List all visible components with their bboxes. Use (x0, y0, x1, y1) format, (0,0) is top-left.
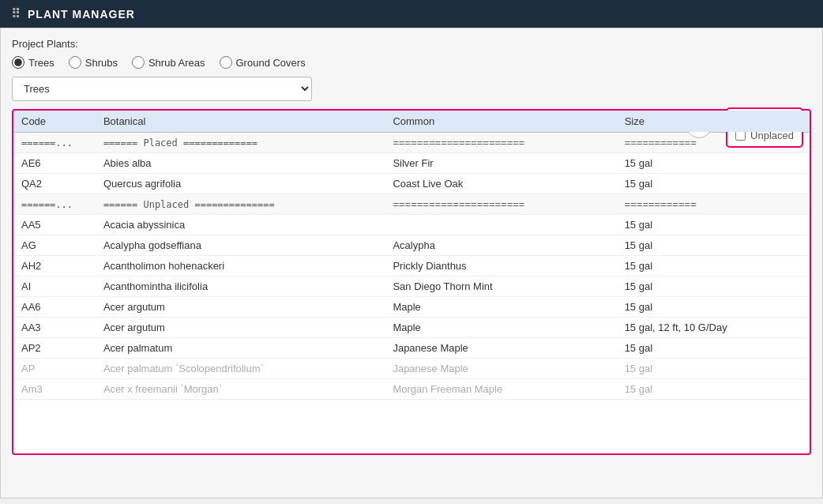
table-row[interactable]: AA5Acacia abyssinica15 gal (13, 215, 810, 235)
table-row[interactable]: AA6Acer argutumMaple15 gal (13, 297, 810, 318)
cell-size: 15 gal (617, 359, 810, 379)
cell-code: AA5 (13, 215, 96, 235)
cell-code: QA2 (13, 174, 96, 194)
cell-common: Prickly Dianthus (385, 256, 616, 276)
radio-group: Trees Shrubs Shrub Areas Ground Covers (12, 56, 811, 69)
cell-common: Japanese Maple (385, 359, 616, 379)
radio-trees[interactable]: Trees (12, 56, 54, 69)
table-row[interactable]: AH2Acantholimon hohenackeriPrickly Diant… (13, 256, 810, 276)
cell-code: AP2 (13, 338, 96, 359)
cell-botanical: Acacia abyssinica (96, 215, 385, 235)
table-row[interactable]: AP2Acer palmatumJapanese Maple15 gal (13, 338, 810, 359)
cell-botanical: Acer palmatum (96, 338, 385, 359)
cell-botanical: Acer palmatum `Scolopendrifolium` (96, 359, 385, 379)
cell-code: ======... (13, 194, 96, 215)
table-row[interactable]: AIAcanthomintha ilicifoliaSan Diego Thor… (13, 276, 810, 297)
radio-ground-covers[interactable]: Ground Covers (220, 56, 306, 69)
plant-table: Code Botanical Common Size ======...====… (13, 111, 810, 400)
drag-handle-icon: ⠿ (11, 6, 21, 21)
project-label: Project Plants: (12, 38, 811, 50)
cell-common: ====================== (385, 194, 616, 215)
cell-code: AP (13, 359, 96, 379)
plant-table-container: Code Botanical Common Size ======...====… (12, 109, 811, 455)
table-row[interactable]: AE6Abies albaSilver Fir15 gal (13, 153, 810, 174)
cell-botanical: Acer argutum (96, 297, 385, 318)
cell-botanical: ====== Placed ============= (96, 133, 385, 153)
table-row[interactable]: AA3Acer argutumMaple15 gal, 12 ft, 10 G/… (13, 318, 810, 338)
table-row: ======...====== Unplaced ===============… (13, 194, 810, 215)
cell-common: Maple (385, 297, 616, 318)
cell-common (385, 215, 616, 235)
col-header-code: Code (13, 111, 96, 133)
cell-common: Coast Live Oak (385, 174, 616, 194)
cell-botanical: ====== Unplaced ============== (96, 194, 385, 215)
cell-common: Japanese Maple (385, 338, 616, 359)
cell-code: AH2 (13, 256, 96, 276)
cell-botanical: Acantholimon hohenackeri (96, 256, 385, 276)
cell-common: Maple (385, 318, 616, 338)
cell-code: Am3 (13, 379, 96, 400)
radio-shrub-areas[interactable]: Shrub Areas (132, 56, 205, 69)
app-title: PLANT MANAGER (28, 8, 135, 21)
cell-common: ====================== (385, 133, 616, 153)
table-row[interactable]: Am3Acer x freemanii `Morgan`Morgan Freem… (13, 379, 810, 400)
cell-botanical: Acanthomintha ilicifolia (96, 276, 385, 297)
col-header-common: Common (385, 111, 616, 133)
cell-botanical: Acer x freemanii `Morgan` (96, 379, 385, 400)
cell-code: AI (13, 276, 96, 297)
cell-common: Acalypha (385, 235, 616, 256)
cell-common: San Diego Thorn Mint (385, 276, 616, 297)
cell-code: AA6 (13, 297, 96, 318)
cell-code: AG (13, 235, 96, 256)
cell-botanical: Acalypha godseffiana (96, 235, 385, 256)
cell-size: 15 gal (617, 235, 810, 256)
main-panel: Project Plants: Trees Shrubs Shrub Areas… (0, 28, 823, 498)
table-row: ======...====== Placed =================… (13, 133, 810, 153)
plant-type-dropdown[interactable]: Trees Shrubs Shrub Areas Ground Covers (12, 77, 312, 101)
title-bar: ⠿ PLANT MANAGER (0, 0, 823, 28)
cell-size: 15 gal (617, 215, 810, 235)
cell-botanical: Quercus agrifolia (96, 174, 385, 194)
cell-size: 15 gal (617, 379, 810, 400)
cell-code: AE6 (13, 153, 96, 174)
table-row[interactable]: APAcer palmatum `Scolopendrifolium`Japan… (13, 359, 810, 379)
cell-common: Silver Fir (385, 153, 616, 174)
dropdown-row: Trees Shrubs Shrub Areas Ground Covers (12, 77, 811, 101)
cell-size: 15 gal (617, 276, 810, 297)
cell-size: 15 gal (617, 174, 810, 194)
cell-size: 15 gal (617, 297, 810, 318)
cell-botanical: Acer argutum (96, 318, 385, 338)
cell-code: ======... (13, 133, 96, 153)
cell-size: 15 gal (617, 153, 810, 174)
cell-common: Morgan Freeman Maple (385, 379, 616, 400)
cell-size: 15 gal (617, 338, 810, 359)
table-row[interactable]: QA2Quercus agrifoliaCoast Live Oak15 gal (13, 174, 810, 194)
radio-shrubs[interactable]: Shrubs (69, 56, 118, 69)
cell-size: 15 gal (617, 256, 810, 276)
cell-botanical: Abies alba (96, 153, 385, 174)
cell-code: AA3 (13, 318, 96, 338)
cell-size: 15 gal, 12 ft, 10 G/Day (617, 318, 810, 338)
col-header-botanical: Botanical (96, 111, 385, 133)
table-row[interactable]: AGAcalypha godseffianaAcalypha15 gal (13, 235, 810, 256)
cell-size: ============ (617, 194, 810, 215)
col-header-size: Size (617, 111, 810, 133)
